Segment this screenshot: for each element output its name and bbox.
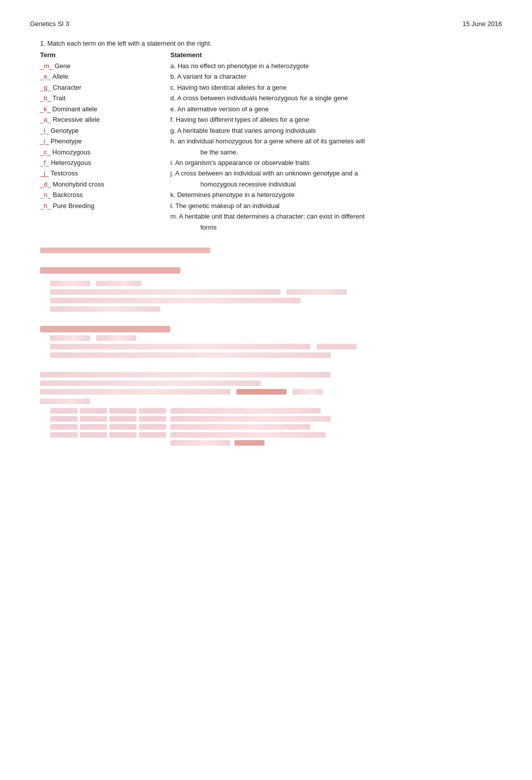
terms-column: Term _m_ Gene _e_ Allele _g_ Character _…: [40, 51, 150, 233]
list-item: k. Determines phenotype in a heterozygot…: [170, 189, 502, 200]
list-item: j. A cross between an individual with an…: [170, 168, 502, 178]
list-item: _l_ Genotype: [40, 125, 150, 136]
blurred-question-2: [40, 267, 502, 312]
list-item: h. an individual homozygous for a gene w…: [170, 136, 502, 146]
term-prefix: _g_: [40, 84, 51, 91]
statement-header: Statement: [170, 51, 502, 59]
list-item: m. A heritable unit that determines a ch…: [170, 211, 502, 222]
match-table: Term _m_ Gene _e_ Allele _g_ Character _…: [40, 51, 502, 233]
list-item: _e_ Allele: [40, 71, 150, 82]
list-item: g. A heritable feature that varies among…: [170, 125, 502, 136]
term-prefix: _m_: [40, 62, 53, 70]
term-prefix: _d_: [40, 180, 51, 188]
blurred-question-3: [40, 326, 502, 358]
term-prefix: _n_: [40, 191, 51, 199]
list-item: _h_ Pure Breeding: [40, 201, 150, 211]
term-prefix: _a_: [40, 116, 51, 123]
list-item: e. An alternative version of a gene: [170, 104, 502, 114]
list-item: d. A cross between individuals heterozyg…: [170, 93, 502, 103]
list-item: _d_ Monohybrid cross: [40, 179, 150, 189]
term-prefix: _j_: [40, 169, 49, 177]
blurred-question-4: [40, 372, 502, 446]
list-item: _j_ Testcross: [40, 168, 150, 178]
list-item: i. An organism's appearance or observabl…: [170, 157, 502, 168]
statements-column: Statement a. Has no effect on phenotype …: [170, 51, 502, 233]
term-prefix: _b_: [40, 94, 51, 102]
date: 15 June 2016: [462, 20, 502, 28]
term-prefix: _f_: [40, 159, 49, 166]
list-item: be the same.: [170, 147, 502, 157]
term-prefix: _h_: [40, 202, 51, 210]
list-item: _i_ Phenotype: [40, 136, 150, 146]
term-prefix: _e_: [40, 73, 51, 80]
blurred-content: [40, 248, 502, 446]
list-item: _f_ Heterozygous: [40, 157, 150, 168]
list-item: l. The genetic makeup of an individual: [170, 201, 502, 211]
term-prefix: _c_: [40, 148, 51, 156]
list-item: _b_ Trait: [40, 93, 150, 103]
question-1: 1. Match each term on the left with a st…: [30, 40, 502, 233]
term-prefix: _l_: [40, 127, 49, 134]
term-prefix: _i_: [40, 137, 49, 145]
list-item: _k_ Dominant allele: [40, 104, 150, 114]
list-item: forms: [170, 222, 502, 233]
list-item: homozygous recessive individual: [170, 179, 502, 189]
question-instruction: 1. Match each term on the left with a st…: [40, 40, 502, 47]
list-item: _g_ Character: [40, 82, 150, 93]
list-item: _n_ Backcross: [40, 189, 150, 200]
list-item: f. Having two different types of alleles…: [170, 114, 502, 125]
list-item: a. Has no effect on phenotype in a heter…: [170, 61, 502, 71]
list-item: _c_ Homozygous: [40, 147, 150, 157]
blurred-block-top: [40, 248, 502, 253]
course-title: Genetics SI 3: [30, 20, 69, 28]
list-item: c. Having two identical alleles for a ge…: [170, 82, 502, 93]
term-header: Term: [40, 51, 150, 59]
list-item: b. A variant for a character: [170, 71, 502, 82]
page-header: Genetics SI 3 15 June 2016: [30, 20, 502, 28]
list-item: _m_ Gene: [40, 61, 150, 71]
term-prefix: _k_: [40, 105, 51, 113]
list-item: _a_ Recessive allele: [40, 114, 150, 125]
